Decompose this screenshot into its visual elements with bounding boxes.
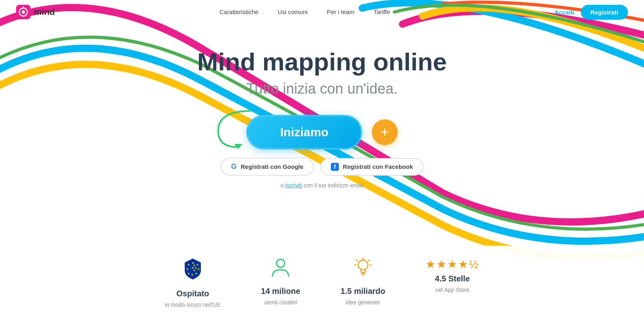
google-label: Registrati con Google [241, 163, 303, 170]
stat-eu: ★ ★ ★ ★ ★ ★ ★ ★ ★ ★ ★ ★ Ospitato in modo… [165, 258, 221, 308]
social-buttons: G Registrati con Google f Registrati con… [221, 158, 423, 176]
logo-text: mind [34, 7, 55, 17]
cta-main-row: Iniziamo + [246, 115, 398, 150]
nav-actions: Accedi Registrati [555, 5, 628, 20]
svg-line-24 [369, 260, 369, 261]
eu-icon: ★ ★ ★ ★ ★ ★ ★ ★ ★ ★ ★ ★ [183, 258, 202, 284]
stat-ideas-label: 1.5 miliardo [341, 287, 385, 296]
stat-ideas-sub: idee generate [346, 299, 380, 306]
cta-area: Iniziamo + G Registrati con Google f Reg… [0, 115, 644, 189]
stat-stars: ★★★★½ 4.5 Stelle nel App Store [425, 258, 479, 308]
email-note: o iscriviti con il tuo indirizzo email [281, 182, 363, 189]
hero-section: Mind mapping online Tutto inizia con un'… [0, 24, 644, 189]
stat-ideas: 1.5 miliardo idee generate [341, 258, 385, 308]
stat-eu-label: Ospitato [176, 289, 209, 298]
svg-text:★: ★ [191, 273, 194, 277]
iniziamo-button[interactable]: Iniziamo [246, 115, 362, 150]
svg-point-19 [358, 260, 368, 270]
stats-section: ★ ★ ★ ★ ★ ★ ★ ★ ★ ★ ★ ★ Ospitato in modo… [0, 246, 644, 320]
nav-tariffe[interactable]: Tariffe [374, 8, 390, 15]
bulb-icon [354, 258, 372, 282]
nav-per-i-team[interactable]: Per i team [327, 8, 354, 15]
svg-text:★: ★ [187, 272, 190, 275]
svg-text:★: ★ [193, 264, 196, 267]
nav-caratteristiche[interactable]: Caratteristiche [219, 8, 258, 15]
nav-usi-comuni[interactable]: Usi comuni [278, 8, 308, 15]
facebook-signup-button[interactable]: f Registrati con Facebook [320, 158, 423, 176]
svg-text:★: ★ [193, 269, 196, 272]
stars-icon: ★★★★½ [425, 258, 479, 271]
svg-point-2 [22, 10, 25, 14]
hero-title: Mind mapping online [0, 48, 644, 76]
svg-text:★: ★ [197, 267, 200, 271]
facebook-label: Registrati con Facebook [343, 163, 413, 170]
google-icon: G [231, 162, 237, 171]
accedi-button[interactable]: Accedi [555, 9, 574, 16]
stat-eu-sub: in modo sicuro nell'UE [165, 302, 221, 308]
stat-users-sub: utenti creativi [264, 299, 297, 306]
stat-users-label: 14 milione [261, 287, 300, 296]
nav-links: Caratteristiche Usi comuni Per i team Ta… [219, 8, 390, 16]
google-signup-button[interactable]: G Registrati con Google [221, 158, 314, 176]
svg-text:★: ★ [187, 263, 190, 267]
registrati-button[interactable]: Registrati [581, 5, 628, 20]
logo-icon [16, 5, 31, 19]
stat-users: 14 milione utenti creativi [261, 258, 300, 308]
svg-text:★: ★ [186, 267, 189, 271]
users-icon [272, 258, 289, 282]
hero-subtitle: Tutto inizia con un'idea. [0, 80, 644, 97]
navigation: mind Caratteristiche Usi comuni Per i te… [0, 0, 644, 24]
svg-text:★: ★ [195, 272, 198, 275]
facebook-icon: f [331, 163, 339, 171]
stat-stars-label: 4.5 Stelle [435, 274, 470, 283]
email-signup-link[interactable]: iscriviti [285, 182, 302, 189]
svg-point-18 [277, 259, 285, 267]
svg-line-23 [357, 260, 357, 261]
stat-stars-sub: nel App Store [436, 287, 469, 293]
plus-button[interactable]: + [372, 119, 398, 145]
logo[interactable]: mind [16, 5, 55, 19]
